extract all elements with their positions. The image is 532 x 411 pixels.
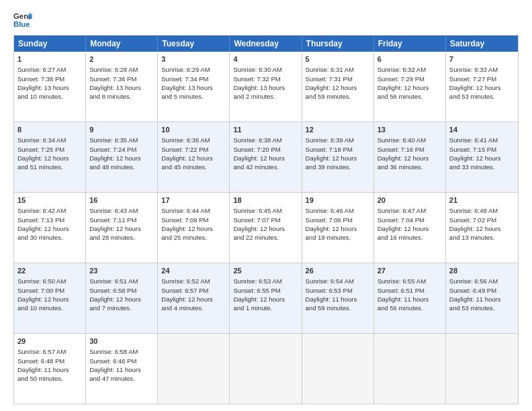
day-info-line: and 30 minutes. <box>17 233 82 242</box>
day-info-line: and 42 minutes. <box>233 163 298 171</box>
day-info-line: Sunrise: 6:36 AM <box>161 136 226 144</box>
calendar-body: 1Sunrise: 6:27 AMSunset: 7:38 PMDaylight… <box>14 52 518 404</box>
day-info-line: Daylight: 13 hours <box>17 83 82 92</box>
day-info-line: Daylight: 12 hours <box>378 83 442 92</box>
day-info-line: Sunset: 6:57 PM <box>161 286 226 295</box>
day-info-line: and 33 minutes. <box>449 163 515 171</box>
day-info-line: Sunset: 7:27 PM <box>449 75 515 83</box>
day-info-line: Daylight: 11 hours <box>89 365 154 374</box>
day-info-line: and 2 minutes. <box>233 92 298 101</box>
day-info-line: Sunrise: 6:34 AM <box>17 136 82 144</box>
day-info-line: Sunset: 7:29 PM <box>378 75 442 83</box>
day-cell-29: 29Sunrise: 6:57 AMSunset: 6:48 PMDayligh… <box>14 334 86 404</box>
header-cell-sunday: Sunday <box>14 36 86 52</box>
day-number: 14 <box>449 125 515 135</box>
logo-icon: General Blue <box>13 11 32 30</box>
calendar-row-2: 8Sunrise: 6:34 AMSunset: 7:25 PMDaylight… <box>14 122 518 192</box>
day-cell-3: 3Sunrise: 6:29 AMSunset: 7:34 PMDaylight… <box>158 52 230 122</box>
day-number: 9 <box>89 125 154 135</box>
day-cell-17: 17Sunrise: 6:44 AMSunset: 7:09 PMDayligh… <box>158 193 230 263</box>
day-info-line: Sunset: 7:25 PM <box>17 145 82 154</box>
day-cell-16: 16Sunrise: 6:43 AMSunset: 7:11 PMDayligh… <box>86 193 158 263</box>
day-info-line: Sunset: 6:48 PM <box>17 357 82 365</box>
header-cell-friday: Friday <box>374 36 446 52</box>
day-info-line: Sunset: 6:58 PM <box>89 286 154 295</box>
day-number: 6 <box>378 54 442 64</box>
day-info-line: and 13 minutes. <box>449 233 515 242</box>
day-info-line: Sunrise: 6:57 AM <box>17 347 82 356</box>
day-info-line: Daylight: 12 hours <box>306 224 370 233</box>
day-info-line: Sunset: 7:16 PM <box>378 145 442 154</box>
day-number: 21 <box>449 195 515 205</box>
day-info-line: and 56 minutes. <box>378 304 442 312</box>
day-info-line: Daylight: 12 hours <box>161 295 226 304</box>
day-info-line: Sunrise: 6:52 AM <box>161 277 226 285</box>
day-cell-9: 9Sunrise: 6:35 AMSunset: 7:24 PMDaylight… <box>86 122 158 192</box>
day-number: 10 <box>161 125 226 135</box>
day-info-line: and 53 minutes. <box>449 304 515 312</box>
day-info-line: and 10 minutes. <box>17 92 82 101</box>
day-number: 18 <box>233 195 298 205</box>
calendar-row-4: 22Sunrise: 6:50 AMSunset: 7:00 PMDayligh… <box>14 263 518 333</box>
day-info-line: and 39 minutes. <box>306 163 370 171</box>
day-cell-5: 5Sunrise: 6:31 AMSunset: 7:31 PMDaylight… <box>302 52 374 122</box>
day-info-line: and 56 minutes. <box>378 92 442 101</box>
empty-cell <box>374 334 446 404</box>
day-info-line: Daylight: 11 hours <box>306 295 370 304</box>
svg-text:Blue: Blue <box>13 20 30 28</box>
day-info-line: Daylight: 12 hours <box>233 224 298 233</box>
day-info-line: and 47 minutes. <box>89 374 154 383</box>
day-number: 29 <box>17 336 82 347</box>
day-info-line: Sunset: 7:09 PM <box>161 216 226 224</box>
page-header: General Blue <box>13 11 519 30</box>
day-info-line: Sunrise: 6:55 AM <box>378 277 442 285</box>
day-info-line: Sunrise: 6:46 AM <box>306 206 370 215</box>
day-cell-1: 1Sunrise: 6:27 AMSunset: 7:38 PMDaylight… <box>14 52 86 122</box>
day-info-line: Sunrise: 6:58 AM <box>89 347 154 356</box>
day-cell-26: 26Sunrise: 6:54 AMSunset: 6:53 PMDayligh… <box>302 263 374 333</box>
day-info-line: Sunset: 7:34 PM <box>161 75 226 83</box>
day-cell-7: 7Sunrise: 6:33 AMSunset: 7:27 PMDaylight… <box>446 52 518 122</box>
day-info-line: Sunset: 7:07 PM <box>233 216 298 224</box>
day-info-line: Sunset: 7:24 PM <box>89 145 154 154</box>
day-info-line: Sunrise: 6:43 AM <box>89 206 154 215</box>
day-cell-19: 19Sunrise: 6:46 AMSunset: 7:06 PMDayligh… <box>302 193 374 263</box>
day-number: 25 <box>233 266 298 276</box>
day-number: 22 <box>17 266 82 276</box>
logo: General Blue <box>13 11 32 30</box>
day-info-line: Daylight: 12 hours <box>306 83 370 92</box>
day-number: 27 <box>378 266 442 276</box>
day-info-line: Daylight: 12 hours <box>449 154 515 163</box>
day-info-line: Sunrise: 6:31 AM <box>306 65 370 74</box>
day-cell-4: 4Sunrise: 6:30 AMSunset: 7:32 PMDaylight… <box>230 52 302 122</box>
day-number: 23 <box>89 266 154 276</box>
day-info-line: Sunset: 7:11 PM <box>89 216 154 224</box>
empty-cell <box>158 334 230 404</box>
calendar-row-1: 1Sunrise: 6:27 AMSunset: 7:38 PMDaylight… <box>14 52 518 122</box>
day-number: 24 <box>161 266 226 276</box>
header-cell-monday: Monday <box>86 36 158 52</box>
day-info-line: Sunrise: 6:53 AM <box>233 277 298 285</box>
calendar-row-3: 15Sunrise: 6:42 AMSunset: 7:13 PMDayligh… <box>14 192 518 263</box>
day-info-line: Daylight: 12 hours <box>17 154 82 163</box>
day-info-line: and 48 minutes. <box>89 163 154 171</box>
day-info-line: Sunrise: 6:56 AM <box>449 277 515 285</box>
day-cell-14: 14Sunrise: 6:41 AMSunset: 7:15 PMDayligh… <box>446 122 518 192</box>
day-info-line: Sunset: 7:02 PM <box>449 216 515 224</box>
day-info-line: and 22 minutes. <box>233 233 298 242</box>
day-info-line: and 25 minutes. <box>161 233 226 242</box>
day-info-line: Daylight: 12 hours <box>17 224 82 233</box>
day-number: 28 <box>449 266 515 276</box>
day-info-line: Sunset: 6:51 PM <box>378 286 442 295</box>
day-info-line: Sunrise: 6:42 AM <box>17 206 82 215</box>
day-number: 2 <box>89 54 154 64</box>
day-info-line: Daylight: 12 hours <box>89 224 154 233</box>
day-info-line: Sunset: 7:22 PM <box>161 145 226 154</box>
day-info-line: Daylight: 11 hours <box>378 295 442 304</box>
empty-cell <box>446 334 518 404</box>
day-info-line: and 5 minutes. <box>161 92 226 101</box>
day-info-line: Sunset: 7:00 PM <box>17 286 82 295</box>
day-cell-11: 11Sunrise: 6:38 AMSunset: 7:20 PMDayligh… <box>230 122 302 192</box>
day-info-line: Sunrise: 6:47 AM <box>378 206 442 215</box>
day-info-line: and 45 minutes. <box>161 163 226 171</box>
